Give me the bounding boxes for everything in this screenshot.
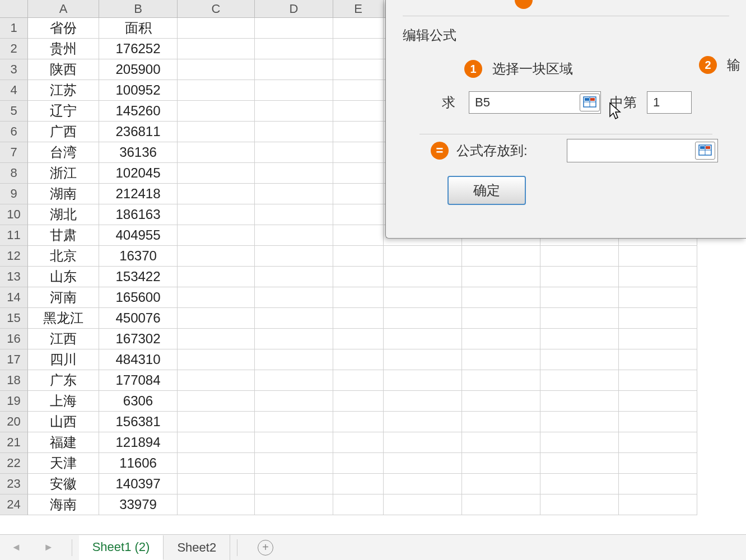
cell[interactable]: 海南 [28,494,99,515]
cell[interactable] [333,163,384,184]
cell[interactable] [462,349,540,370]
cell[interactable] [462,370,540,391]
cell[interactable]: 浙江 [28,163,99,184]
column-header-c[interactable]: C [178,0,255,17]
cell[interactable] [333,39,384,59]
store-picker-button[interactable] [695,142,715,160]
sheet-tab-2[interactable]: Sheet2 [164,535,230,560]
cell[interactable] [540,329,619,349]
cell[interactable] [178,225,255,246]
range-picker-button[interactable] [580,94,600,111]
cell[interactable]: 台湾 [28,142,99,163]
cell[interactable] [255,59,333,80]
cell[interactable] [384,370,462,391]
cell[interactable] [384,287,462,308]
cell[interactable] [462,494,540,515]
cell[interactable] [255,308,333,329]
cell[interactable] [384,453,462,474]
cell[interactable]: 甘肃 [28,225,99,246]
cell[interactable]: 省份 [28,18,99,39]
cell[interactable] [462,412,540,432]
cell[interactable]: 33979 [99,494,178,515]
row-header[interactable]: 12 [0,246,28,267]
cell[interactable] [178,59,255,80]
cell[interactable] [255,18,333,39]
cell[interactable] [178,80,255,101]
cell[interactable] [255,163,333,184]
cell[interactable] [333,122,384,142]
cell[interactable] [333,59,384,80]
cell[interactable] [255,453,333,474]
cell[interactable]: 102045 [99,163,178,184]
cell[interactable] [178,163,255,184]
cell[interactable] [333,370,384,391]
cell[interactable] [462,287,540,308]
cell[interactable] [333,474,384,494]
cell[interactable]: 212418 [99,184,178,204]
cell[interactable] [255,391,333,412]
cell[interactable]: 河南 [28,287,99,308]
cell[interactable] [384,349,462,370]
cell[interactable] [462,246,540,267]
cell[interactable] [384,308,462,329]
cell[interactable]: 450076 [99,308,178,329]
cell[interactable] [462,474,540,494]
cell[interactable]: 11606 [99,453,178,474]
prev-sheet-arrow[interactable]: ◄ [11,542,21,553]
cell[interactable] [619,329,697,349]
cell[interactable] [384,391,462,412]
cell[interactable] [462,308,540,329]
cell[interactable]: 山西 [28,412,99,432]
cell[interactable] [619,432,697,453]
cell[interactable] [255,101,333,122]
cell[interactable] [333,80,384,101]
cell[interactable] [619,349,697,370]
cell[interactable] [178,101,255,122]
cell[interactable]: 100952 [99,80,178,101]
row-header[interactable]: 23 [0,474,28,494]
cell[interactable] [619,267,697,287]
cell[interactable]: 江西 [28,329,99,349]
cell[interactable] [333,18,384,39]
cell[interactable]: 黑龙江 [28,308,99,329]
cell[interactable]: 陕西 [28,59,99,80]
cell[interactable] [333,412,384,432]
cell[interactable] [333,453,384,474]
sheet-tab-1[interactable]: Sheet1 (2) [79,535,164,561]
cell[interactable]: 6306 [99,391,178,412]
cell[interactable]: 205900 [99,59,178,80]
cell[interactable] [178,39,255,59]
cell[interactable]: 湖北 [28,204,99,225]
cell[interactable] [255,287,333,308]
cell[interactable] [462,267,540,287]
cell[interactable] [619,453,697,474]
cell[interactable] [178,267,255,287]
cell[interactable] [619,391,697,412]
cell[interactable] [178,329,255,349]
column-header-b[interactable]: B [99,0,178,17]
next-sheet-arrow[interactable]: ► [44,542,54,553]
cell[interactable] [540,412,619,432]
cell[interactable] [333,494,384,515]
column-header-a[interactable]: A [28,0,99,17]
cell[interactable]: 面积 [99,18,178,39]
cell[interactable] [540,246,619,267]
row-header[interactable]: 10 [0,204,28,225]
cell[interactable] [178,142,255,163]
cell[interactable] [333,204,384,225]
cell[interactable] [178,432,255,453]
cell[interactable] [619,370,697,391]
cell[interactable] [540,432,619,453]
cell[interactable] [462,391,540,412]
cell[interactable] [540,391,619,412]
cell[interactable]: 36136 [99,142,178,163]
cell[interactable] [178,391,255,412]
cell[interactable] [255,204,333,225]
row-header[interactable]: 19 [0,391,28,412]
row-header[interactable]: 8 [0,163,28,184]
row-header[interactable]: 11 [0,225,28,246]
cell[interactable] [384,246,462,267]
cell[interactable] [540,370,619,391]
cell[interactable]: 176252 [99,39,178,59]
cell[interactable] [255,474,333,494]
